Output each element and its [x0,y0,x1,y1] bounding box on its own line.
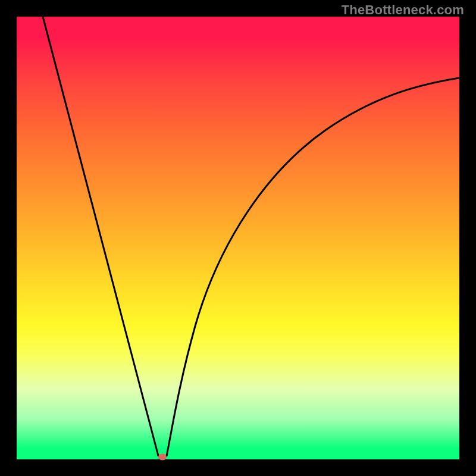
bottleneck-curve [17,17,459,459]
plot-area [17,17,459,459]
chart-frame: TheBottleneck.com [0,0,476,476]
curve-left-branch [43,17,167,458]
watermark-text: TheBottleneck.com [342,2,464,18]
curve-right-branch [167,78,459,456]
minimum-point-marker [158,454,167,461]
